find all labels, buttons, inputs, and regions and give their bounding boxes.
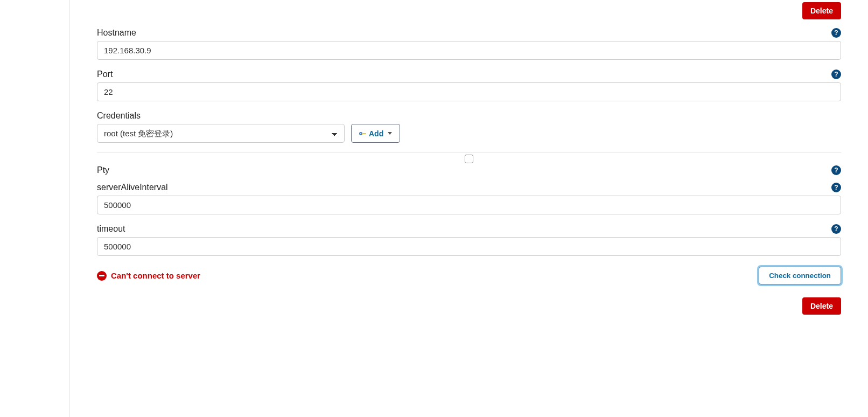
server-alive-interval-input[interactable]: [97, 196, 841, 214]
pty-checkbox[interactable]: [465, 155, 473, 163]
status-row: Can't connect to server Check connection: [97, 267, 841, 284]
credentials-label: Credentials: [97, 111, 141, 121]
top-actions: Delete: [97, 0, 841, 28]
connection-error-text: Can't connect to server: [111, 271, 200, 280]
timeout-group: timeout ?: [97, 224, 841, 256]
server-alive-interval-label: serverAliveInterval: [97, 183, 168, 192]
hostname-label: Hostname: [97, 28, 136, 38]
add-credentials-button[interactable]: Add: [351, 124, 400, 143]
bottom-actions: Delete: [97, 297, 841, 315]
port-input[interactable]: [97, 82, 841, 101]
help-icon[interactable]: ?: [831, 28, 841, 38]
pty-section: Pty ?: [97, 152, 841, 175]
help-icon[interactable]: ?: [831, 183, 841, 192]
error-icon: [97, 271, 107, 281]
main-panel: Delete Hostname ? Port ? Credentials: [70, 0, 868, 417]
hostname-input[interactable]: [97, 41, 841, 60]
chevron-down-icon: [388, 132, 392, 135]
port-group: Port ?: [97, 70, 841, 101]
credentials-select[interactable]: root (test 免密登录): [97, 124, 345, 143]
help-icon[interactable]: ?: [831, 224, 841, 234]
pty-label: Pty: [97, 165, 109, 175]
hostname-group: Hostname ?: [97, 28, 841, 60]
left-gutter: [0, 0, 70, 417]
credentials-group: Credentials root (test 免密登录) Add: [97, 111, 841, 143]
help-icon[interactable]: ?: [831, 165, 841, 175]
timeout-input[interactable]: [97, 237, 841, 256]
timeout-label: timeout: [97, 224, 125, 234]
check-connection-button[interactable]: Check connection: [759, 267, 841, 284]
help-icon[interactable]: ?: [831, 70, 841, 79]
delete-button-top[interactable]: Delete: [802, 2, 841, 19]
key-icon: [359, 131, 367, 136]
add-button-label: Add: [369, 129, 383, 138]
delete-button-bottom[interactable]: Delete: [802, 297, 841, 315]
port-label: Port: [97, 70, 113, 79]
server-alive-interval-group: serverAliveInterval ?: [97, 183, 841, 214]
